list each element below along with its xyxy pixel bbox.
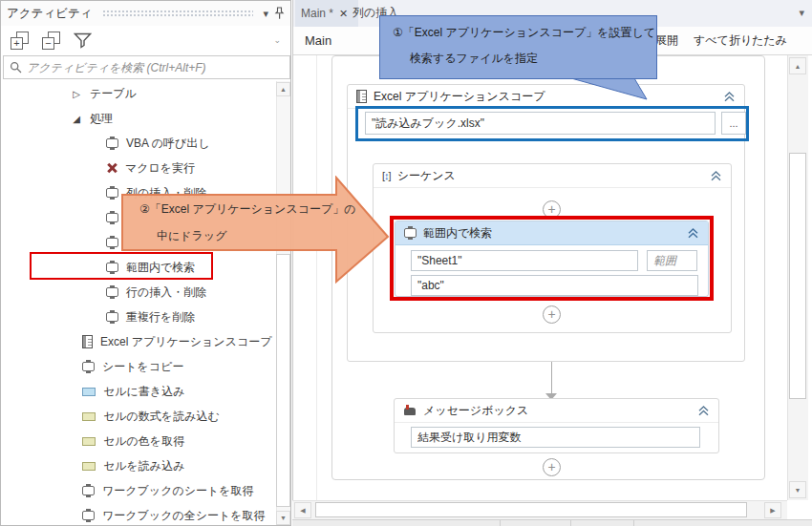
collapse-all-icon[interactable]: − [42,32,60,50]
monitor-icon [82,511,95,520]
tab-list-chevron-icon[interactable]: ▾ [799,7,804,19]
scroll-up-icon[interactable]: ▲ [789,57,806,74]
activities-panel-title: アクティビティ [7,6,93,22]
tree-item[interactable]: シートをコピー [2,354,275,379]
breadcrumb[interactable]: Main [305,33,331,48]
search-value-input[interactable] [411,275,698,296]
callout-step1: ①「Excel アプリケーションスコープ」を設置して 検索するファイルを指定 [379,15,657,79]
tree-item[interactable]: ▷ テーブル [2,81,275,106]
monitor-icon [82,486,95,495]
sheet-name-input[interactable] [411,250,638,271]
message-text-input[interactable] [411,427,700,448]
connector-line [551,362,552,393]
monitor-icon [106,263,118,272]
tree-item[interactable]: セルの数式を読み込む [2,404,275,429]
activities-toolbar: + − ⌄ [1,26,290,54]
cell-write-icon [82,388,96,396]
add-activity-icon[interactable]: + [543,305,561,324]
filter-funnel-icon[interactable] [74,32,92,49]
cell-read-icon [82,412,96,421]
callout-step1-line1: ①「Excel アプリケーションスコープ」を設置して [393,25,655,41]
range-input[interactable] [647,250,697,271]
tree-item[interactable]: ◢ 処理 [2,106,275,131]
expand-all-icon[interactable]: + [11,32,29,50]
monitor-icon [82,362,95,371]
uipath-studio-window: アクティビティ ▾ + − ⌄ ▷ テーブル ◢ 処理 VBA の呼び出し マク… [0,0,812,526]
activities-tree: ▷ テーブル ◢ 処理 VBA の呼び出し マクロを実行 列の挿入・削除 範囲内… [2,81,275,524]
find-in-range-header[interactable]: 範囲内で検索 [395,221,708,245]
sequence-title: シーケンス [397,168,456,184]
callout-step2-line2: 中にドラッグ [157,228,226,244]
scroll-right-icon[interactable]: ▶ [764,502,781,518]
tree-item[interactable]: Excel アプリケーションスコープ [2,329,275,354]
expander-expanded-icon[interactable]: ◢ [71,114,82,124]
find-in-range-activity[interactable]: 範囲内で検索 [395,221,709,297]
tree-item[interactable]: ワークブックの全シートを取得 [2,503,275,524]
cell-read-icon [82,462,96,471]
book-icon [82,335,93,348]
monitor-icon [106,238,118,247]
mailbox-icon [403,405,417,417]
monitor-icon [106,138,118,148]
pin-icon[interactable] [274,7,285,20]
monitor-icon [106,213,118,222]
tree-item[interactable]: セルの色を取得 [2,429,275,453]
tab-main[interactable]: Main * ✕ [295,0,358,27]
tree-item[interactable]: ワークブックのシートを取得 [2,478,275,503]
activities-panel-header: アクティビティ ▾ [1,1,290,26]
designer-vscrollbar-thumb[interactable] [789,153,806,399]
add-activity-icon[interactable]: + [543,458,561,476]
message-box-title: メッセージボックス [423,403,528,419]
callout-step2-line1: ②「Excel アプリケーションスコープ」の [139,201,356,218]
collapse-chevron-icon[interactable] [687,228,699,239]
panel-drag-texture[interactable] [102,10,254,18]
tree-item[interactable]: セルに書き込み [2,379,275,404]
excel-scope-title: Excel アプリケーションスコープ [374,89,545,105]
search-icon [10,61,22,74]
collapse-chevron-icon[interactable] [710,171,722,181]
collapse-all-button[interactable]: すべて折りたたみ [694,32,787,49]
monitor-icon [106,188,118,198]
message-box-activity[interactable]: メッセージボックス [394,398,719,453]
close-icon[interactable]: ✕ [339,8,348,20]
toolbar-overflow-icon[interactable]: ⌄ [273,35,281,45]
designer-hscrollbar-thumb[interactable] [315,502,747,517]
monitor-icon [106,312,118,322]
message-box-header[interactable]: メッセージボックス [395,399,718,423]
collapse-chevron-icon[interactable] [723,92,736,102]
scroll-left-icon[interactable]: ◀ [294,502,311,518]
workbook-path-input[interactable] [365,112,716,135]
tree-scroll-down-icon[interactable]: ▼ [276,511,290,525]
monitor-icon [106,287,118,297]
tab-main-label: Main * [301,7,333,20]
activities-search-box [3,55,290,79]
callout-step1-tail [535,78,659,101]
browse-button[interactable]: ... [721,112,746,135]
panel-menu-chevron-icon[interactable]: ▾ [263,8,268,20]
activities-search-input[interactable] [27,61,284,74]
tree-scrollbar-thumb[interactable] [276,254,290,507]
cell-read-icon [82,437,96,446]
tree-item[interactable]: 重複行を削除 [2,305,275,329]
scroll-down-icon[interactable]: ▼ [789,481,806,498]
excel-scope-book-icon [356,90,367,103]
activity-monitor-icon [404,228,417,238]
macro-icon [106,162,118,174]
tree-scroll-up-icon[interactable]: ▲ [276,82,290,96]
tree-item[interactable]: セルを読み込み [2,453,275,478]
expander-collapsed-icon[interactable]: ▷ [71,89,82,99]
add-activity-icon[interactable]: + [543,200,561,219]
tree-item[interactable]: VBA の呼び出し [2,131,275,156]
collapse-chevron-icon[interactable] [697,406,710,416]
find-in-range-title: 範囲内で検索 [423,225,492,242]
callout-step1-line2: 検索するファイルを指定 [410,51,538,67]
sequence-header[interactable]: [↕] シーケンス [374,164,731,188]
status-strip [292,519,812,526]
